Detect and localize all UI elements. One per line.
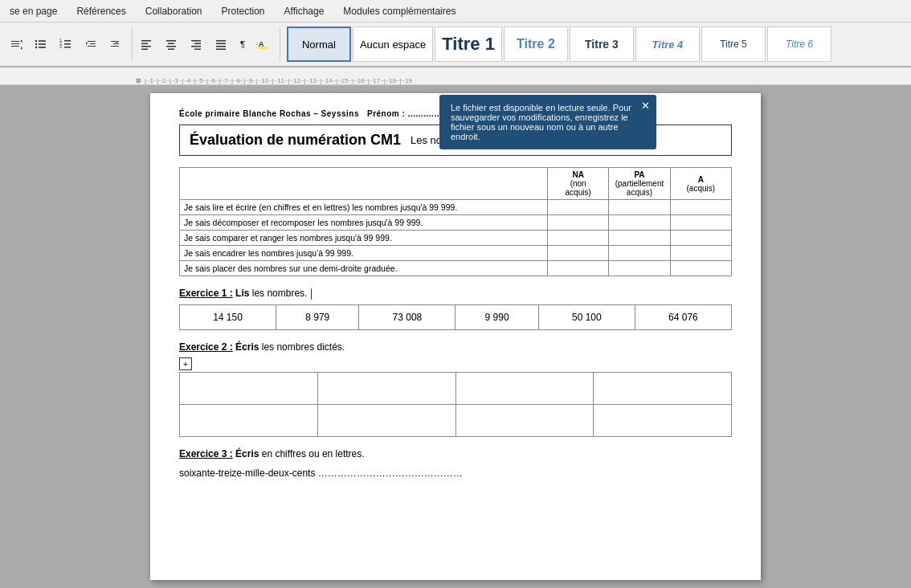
comp-na-5 <box>548 261 609 276</box>
expand-icon[interactable]: + <box>179 357 192 370</box>
page: Le fichier est disponible en lecture seu… <box>150 93 761 580</box>
svg-rect-7 <box>64 40 71 42</box>
svg-rect-15 <box>141 49 148 51</box>
table-row: Je sais comparer et ranger les nombres j… <box>180 231 732 246</box>
comp-pa-4 <box>609 246 670 261</box>
write-box-1[interactable] <box>180 372 318 404</box>
comp-header-a: A(acquis) <box>670 168 731 200</box>
ex3-verb: Écris <box>235 448 259 459</box>
svg-rect-26 <box>216 46 226 47</box>
svg-rect-18 <box>166 46 176 47</box>
table-row: Je sais décomposer et recomposer les nom… <box>180 215 732 231</box>
eval-title-main: Évaluation de numération CM1 <box>190 132 401 149</box>
number-5: 50 100 <box>538 304 635 329</box>
comp-a-4 <box>670 246 731 261</box>
svg-rect-22 <box>191 46 201 47</box>
indent-decrease-button[interactable] <box>104 33 127 55</box>
indent-increase-button[interactable] <box>80 33 102 55</box>
comp-pa-1 <box>609 200 670 215</box>
align-left-button[interactable] <box>136 33 158 55</box>
bullet-list-button[interactable] <box>30 33 52 55</box>
comp-row-4: Je sais encadrer les nombres jusqu'à 99 … <box>180 246 548 261</box>
comp-pa-5 <box>609 261 670 276</box>
paragraph-button[interactable]: ¶ <box>235 33 250 55</box>
style-titre5[interactable]: Titre 5 <box>701 27 766 62</box>
ruler: ⊠ |··1··|··2··|··3··|··4··|··5··|··6··|·… <box>0 67 911 85</box>
svg-rect-25 <box>216 43 226 45</box>
comp-a-3 <box>670 231 731 246</box>
write-box-8[interactable] <box>594 404 732 436</box>
svg-text:3.: 3. <box>59 44 63 49</box>
align-justify-button[interactable] <box>210 33 233 55</box>
comp-pa-2 <box>609 215 670 231</box>
style-titre1[interactable]: Titre 1 <box>435 27 502 62</box>
style-titre2[interactable]: Titre 2 <box>504 27 568 62</box>
svg-rect-13 <box>141 43 148 45</box>
number-1: 14 150 <box>180 304 276 329</box>
comp-na-3 <box>548 231 609 246</box>
write-box-5[interactable] <box>180 404 318 436</box>
svg-text:A: A <box>259 40 264 48</box>
menu-references[interactable]: Références <box>73 4 129 18</box>
svg-rect-12 <box>141 40 151 42</box>
menu-bar: se en page Références Collaboration Prot… <box>0 0 911 22</box>
ex2-verb: Écris <box>235 341 259 353</box>
exercise-2-title: Exercice 2 : Écris les nombres dictés. <box>179 341 732 353</box>
comp-na-2 <box>548 215 609 231</box>
table-row: Je sais encadrer les nombres jusqu'à 99 … <box>180 246 732 261</box>
number-3: 73 008 <box>359 304 456 329</box>
comp-pa-3 <box>609 231 670 246</box>
svg-point-4 <box>35 47 37 48</box>
style-normal[interactable]: Normal <box>287 27 351 62</box>
align-right-button[interactable] <box>186 33 208 55</box>
comp-na-1 <box>548 200 609 215</box>
ex3-label: Exercice 3 : <box>179 448 233 459</box>
comp-header-pa: PA(partiellementacquis) <box>609 168 670 200</box>
table-row: Je sais placer des nombres sur une demi-… <box>180 261 732 276</box>
comp-row-2: Je sais décomposer et recomposer les nom… <box>180 215 548 231</box>
writing-table <box>179 372 732 437</box>
align-center-button[interactable] <box>161 33 183 55</box>
menu-collaboration[interactable]: Collaboration <box>142 4 206 18</box>
style-titre4[interactable]: Titre 4 <box>635 27 700 62</box>
menu-protection[interactable]: Protection <box>218 4 268 18</box>
svg-point-2 <box>35 43 37 45</box>
text-cursor <box>311 288 312 300</box>
menu-mise-en-page[interactable]: se en page <box>6 4 60 18</box>
notification-message: Le fichier est disponible en lecture seu… <box>451 103 631 141</box>
table-row: Je sais lire et écrire (en chiffres et e… <box>180 200 732 215</box>
svg-point-0 <box>35 40 37 42</box>
style-titre6[interactable]: Titre 6 <box>767 27 831 62</box>
menu-modules[interactable]: Modules complémentaires <box>340 4 459 18</box>
comp-a-1 <box>670 200 731 215</box>
style-titre3[interactable]: Titre 3 <box>570 27 634 62</box>
svg-rect-5 <box>39 47 46 48</box>
write-box-2[interactable] <box>317 372 456 404</box>
svg-rect-3 <box>39 43 46 45</box>
highlight-button[interactable]: A <box>252 33 275 55</box>
write-box-6[interactable] <box>317 404 456 436</box>
competencies-table: NA(nonacquis) PA(partiellementacquis) A(… <box>179 167 732 276</box>
svg-rect-14 <box>141 46 151 47</box>
ex1-label: Exercice 1 : <box>179 288 233 299</box>
svg-rect-27 <box>216 49 226 51</box>
menu-affichage[interactable]: Affichage <box>281 4 328 18</box>
svg-rect-1 <box>39 40 46 42</box>
notification-close-button[interactable]: ✕ <box>641 100 650 112</box>
ribbon-group-align: ¶ A <box>136 27 280 62</box>
write-box-3[interactable] <box>456 372 594 404</box>
notification-popup: Le fichier est disponible en lecture seu… <box>439 95 656 149</box>
svg-rect-20 <box>191 40 201 42</box>
school-name: École primaire Blanche Rochas – Seyssins <box>179 109 359 118</box>
svg-rect-11 <box>64 47 71 48</box>
ribbon-group-indent: 1.2.3. <box>5 27 133 62</box>
comp-row-1: Je sais lire et écrire (en chiffres et e… <box>180 200 548 215</box>
numbered-list-button[interactable]: 1.2.3. <box>55 33 77 55</box>
write-box-4[interactable] <box>594 372 732 404</box>
style-aucun-espace[interactable]: Aucun espace <box>353 27 433 62</box>
write-box-7[interactable] <box>456 404 594 436</box>
comp-row-3: Je sais comparer et ranger les nombres j… <box>180 231 548 246</box>
svg-rect-23 <box>194 49 201 51</box>
line-spacing-button[interactable] <box>5 33 27 55</box>
numbers-table: 14 150 8 979 73 008 9 990 50 100 64 076 <box>179 304 732 330</box>
